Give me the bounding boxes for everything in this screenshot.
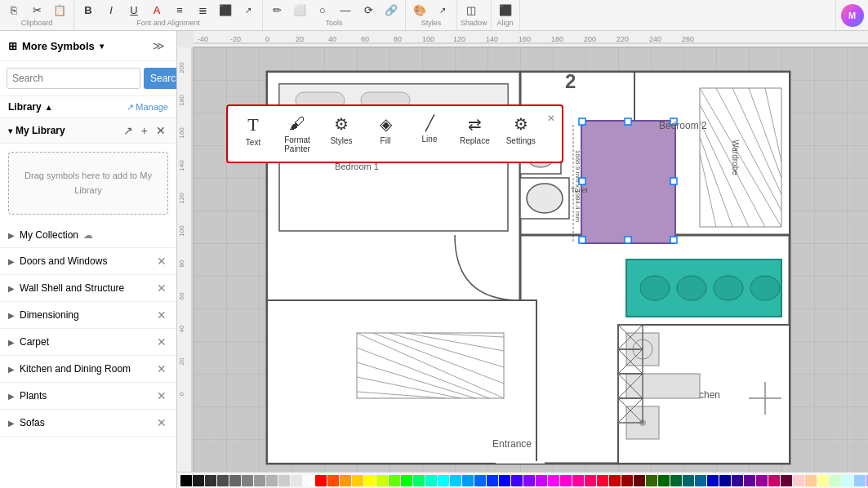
- color-swatch[interactable]: [732, 475, 743, 486]
- color-swatch[interactable]: [817, 475, 829, 486]
- line-btn[interactable]: —: [335, 1, 356, 19]
- bold-btn[interactable]: B: [78, 1, 99, 19]
- color-swatch[interactable]: [389, 475, 400, 486]
- fill-tool-btn[interactable]: ◈ Fill: [365, 111, 406, 157]
- category-item[interactable]: ▶ Wall Shell and Structure ✕: [0, 275, 176, 302]
- cut-btn[interactable]: ✂: [26, 1, 47, 19]
- color-swatch[interactable]: [401, 475, 412, 486]
- color-swatch[interactable]: [180, 475, 192, 486]
- category-close-btn[interactable]: ✕: [155, 416, 168, 429]
- color-swatch[interactable]: [842, 475, 853, 486]
- color-swatch[interactable]: [695, 475, 706, 486]
- align-left-btn[interactable]: ≡: [169, 1, 190, 19]
- color-swatch[interactable]: [781, 475, 792, 486]
- color-swatch[interactable]: [327, 475, 339, 486]
- color-swatch[interactable]: [719, 475, 731, 486]
- color-swatch[interactable]: [352, 475, 363, 486]
- category-item[interactable]: ▶ Kitchen and Dining Room ✕: [0, 356, 176, 383]
- connector-btn[interactable]: 🔗: [381, 1, 402, 19]
- color-swatch[interactable]: [438, 475, 449, 486]
- color-swatch[interactable]: [303, 475, 314, 486]
- color-swatch[interactable]: [756, 475, 768, 486]
- color-swatch[interactable]: [646, 475, 657, 486]
- color-swatch[interactable]: [634, 475, 645, 486]
- category-close-btn[interactable]: ✕: [155, 389, 168, 402]
- paste-btn[interactable]: 📋: [49, 1, 70, 19]
- font-more-btn[interactable]: ⬛: [215, 1, 236, 19]
- format-painter-btn[interactable]: 🖌 FormatPainter: [277, 111, 318, 157]
- color-swatch[interactable]: [511, 475, 523, 486]
- export-library-btn[interactable]: ↗: [121, 123, 136, 138]
- color-swatch[interactable]: [560, 475, 572, 486]
- color-swatch[interactable]: [744, 475, 755, 486]
- color-swatch[interactable]: [291, 475, 302, 486]
- color-swatch[interactable]: [621, 475, 633, 486]
- settings-tool-btn[interactable]: ⚙ Settings: [500, 111, 542, 157]
- close-floating-toolbar-btn[interactable]: ✕: [545, 111, 557, 126]
- color-swatch[interactable]: [425, 475, 437, 486]
- color-swatch[interactable]: [830, 475, 841, 486]
- pencil-btn[interactable]: ✏: [266, 1, 287, 19]
- color-swatch[interactable]: [670, 475, 682, 486]
- align-center-btn[interactable]: ≣: [192, 1, 213, 19]
- shadow-btn[interactable]: ◫: [461, 1, 482, 19]
- color-swatch[interactable]: [193, 475, 204, 486]
- color-swatch[interactable]: [523, 475, 535, 486]
- color-swatch[interactable]: [499, 475, 510, 486]
- styles-expand-btn[interactable]: ↗: [432, 1, 453, 19]
- line-tool-btn[interactable]: ╱ Line: [409, 111, 450, 157]
- category-close-btn[interactable]: ✕: [155, 282, 168, 295]
- copy-btn[interactable]: ⎘: [3, 1, 24, 19]
- add-library-btn[interactable]: +: [139, 123, 150, 138]
- font-color-btn[interactable]: A: [146, 1, 167, 19]
- color-swatch[interactable]: [450, 475, 461, 486]
- italic-btn[interactable]: I: [100, 1, 122, 19]
- text-tool-btn[interactable]: T Text: [233, 111, 274, 157]
- category-item[interactable]: ▶ Doors and Windows ✕: [0, 248, 176, 275]
- color-swatch[interactable]: [462, 475, 474, 486]
- color-swatch[interactable]: [266, 475, 278, 486]
- category-item[interactable]: ▶ Sofas ✕: [0, 410, 176, 437]
- color-swatch[interactable]: [805, 475, 817, 486]
- category-close-btn[interactable]: ✕: [155, 255, 168, 268]
- color-swatch[interactable]: [376, 475, 388, 486]
- category-item[interactable]: ▶ Dimensioning ✕: [0, 302, 176, 329]
- color-swatch[interactable]: [597, 475, 608, 486]
- color-swatch[interactable]: [854, 475, 866, 486]
- ellipse-btn[interactable]: ○: [312, 1, 333, 19]
- close-library-btn[interactable]: ✕: [154, 123, 168, 138]
- color-swatch[interactable]: [658, 475, 670, 486]
- color-swatch[interactable]: [683, 475, 694, 486]
- color-swatch[interactable]: [474, 475, 486, 486]
- styles-tool-btn[interactable]: ⚙ Styles: [321, 111, 362, 157]
- search-input[interactable]: [7, 68, 140, 89]
- color-swatch[interactable]: [315, 475, 327, 486]
- manage-link[interactable]: ↗ Manage: [127, 102, 168, 113]
- color-swatch[interactable]: [536, 475, 547, 486]
- color-swatch[interactable]: [487, 475, 498, 486]
- rect-btn[interactable]: ⬜: [289, 1, 310, 19]
- category-close-btn[interactable]: ✕: [155, 308, 168, 322]
- category-item[interactable]: ▶ My Collection ☁: [0, 223, 176, 248]
- color-swatch[interactable]: [707, 475, 719, 486]
- color-swatch[interactable]: [254, 475, 265, 486]
- color-swatch[interactable]: [278, 475, 290, 486]
- collapse-sidebar-btn[interactable]: ≫: [149, 38, 168, 54]
- color-swatch[interactable]: [609, 475, 621, 486]
- styles-btn[interactable]: 🎨: [409, 1, 430, 19]
- color-swatch[interactable]: [217, 475, 229, 486]
- color-swatch[interactable]: [205, 475, 216, 486]
- color-swatch[interactable]: [413, 475, 425, 486]
- color-swatch[interactable]: [572, 475, 584, 486]
- category-item[interactable]: ▶ Plants ✕: [0, 383, 176, 410]
- search-button[interactable]: Search: [144, 68, 177, 89]
- align-btn[interactable]: ⬛: [495, 1, 516, 19]
- color-swatch[interactable]: [229, 475, 241, 486]
- color-swatch[interactable]: [585, 475, 596, 486]
- replace-tool-btn[interactable]: ⇄ Replace: [453, 111, 496, 157]
- color-swatch[interactable]: [340, 475, 351, 486]
- category-close-btn[interactable]: ✕: [155, 362, 168, 375]
- underline-btn[interactable]: U: [123, 1, 145, 19]
- color-swatch[interactable]: [793, 475, 804, 486]
- color-swatch[interactable]: [364, 475, 376, 486]
